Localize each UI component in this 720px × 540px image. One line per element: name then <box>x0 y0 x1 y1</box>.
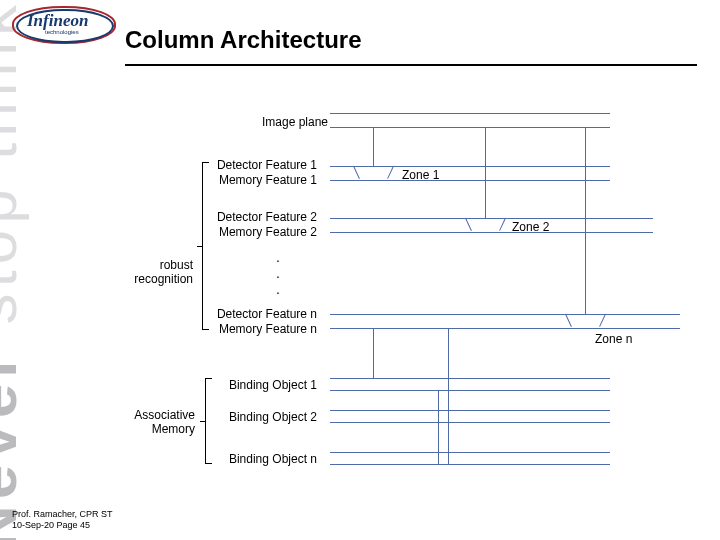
brace-assoc <box>205 378 216 464</box>
side-label-assoc-1: Associative <box>105 408 195 422</box>
label-image-plane: Image plane <box>168 115 328 130</box>
slide-footer: Prof. Ramacher, CPR ST 10-Sep-20 Page 45 <box>12 509 113 530</box>
tick-zn-r <box>599 314 606 327</box>
side-label-robust-2: recognition <box>103 272 193 286</box>
vconn <box>373 127 374 166</box>
tick-z2-r <box>499 218 506 231</box>
line-feat1-bot <box>330 180 610 181</box>
label-zone-1: Zone 1 <box>402 168 439 182</box>
dots-icon: . <box>276 282 280 296</box>
line-bind1-bot <box>330 390 610 391</box>
dots-icon: . <box>276 250 280 264</box>
line-feat2-bot <box>330 232 653 233</box>
line-feat1-top <box>330 166 610 167</box>
label-detector-feature-n: Detector Feature n <box>157 307 317 322</box>
vconn <box>373 328 374 378</box>
tick-z1-l <box>353 166 360 179</box>
line-image-plane-top <box>330 113 610 114</box>
label-binding-object-n: Binding Object n <box>157 452 317 467</box>
label-memory-feature-2: Memory Feature 2 <box>157 225 317 240</box>
line-image-plane-bot <box>330 127 610 128</box>
footer-line-1: Prof. Ramacher, CPR ST <box>12 509 113 519</box>
label-zone-2: Zone 2 <box>512 220 549 234</box>
line-feat2-top <box>330 218 653 219</box>
label-binding-object-1: Binding Object 1 <box>157 378 317 393</box>
dots-icon: . <box>276 266 280 280</box>
line-featn-top <box>330 314 680 315</box>
tick-zn-l <box>565 314 572 327</box>
tick-z2-l <box>465 218 472 231</box>
line-bind2-top <box>330 410 610 411</box>
vconn <box>485 127 486 218</box>
label-memory-feature-1: Memory Feature 1 <box>157 173 317 188</box>
label-memory-feature-n: Memory Feature n <box>157 322 317 337</box>
architecture-diagram: Image plane Detector Feature 1 Memory Fe… <box>0 0 720 540</box>
line-bind2-bot <box>330 422 610 423</box>
vconn <box>438 390 439 464</box>
footer-line-2: 10-Sep-20 Page 45 <box>12 520 113 530</box>
side-label-assoc-2: Memory <box>105 422 195 436</box>
tick-z1-r <box>387 166 394 179</box>
label-zone-n: Zone n <box>595 332 632 346</box>
vconn <box>585 127 586 314</box>
brace-robust <box>202 162 213 330</box>
line-bindn-bot <box>330 464 610 465</box>
vconn <box>448 328 449 464</box>
line-bind1-top <box>330 378 610 379</box>
label-detector-feature-1: Detector Feature 1 <box>157 158 317 173</box>
line-featn-bot <box>330 328 680 329</box>
label-detector-feature-2: Detector Feature 2 <box>157 210 317 225</box>
side-label-robust-1: robust <box>103 258 193 272</box>
line-bindn-top <box>330 452 610 453</box>
